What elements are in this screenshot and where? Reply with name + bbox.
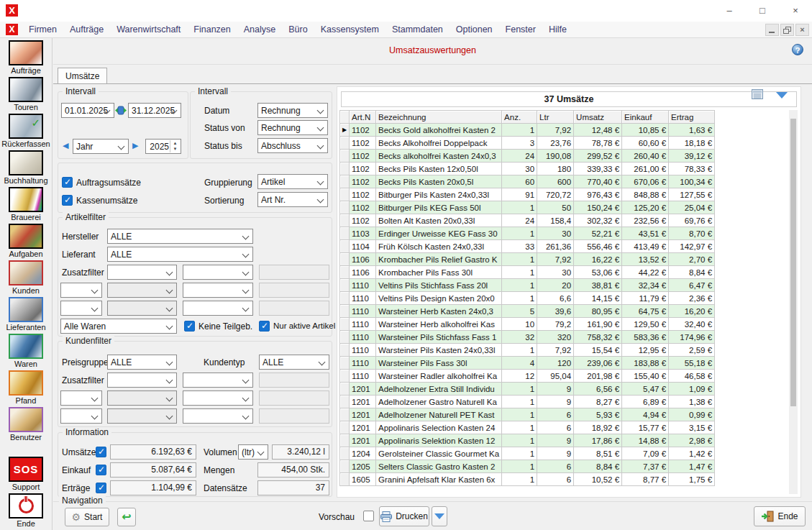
table-row[interactable]: 1201Adelholzener Naturell PET Kast165,93… (340, 408, 715, 421)
date-to-combo[interactable]: 31.12.2025 (128, 103, 181, 118)
grid-options-icon[interactable] (752, 89, 763, 99)
nur-aktive-artikel-checkbox[interactable] (259, 321, 270, 332)
kunden-zusatzfilter-2-value-field[interactable] (259, 390, 329, 406)
row-selector[interactable] (340, 473, 350, 486)
table-row[interactable]: 1110Warsteiner Herb alkoholfrei Kas1079,… (340, 318, 715, 331)
status-von-combo[interactable]: Rechnung (257, 120, 328, 135)
row-selector[interactable] (340, 150, 350, 163)
table-row[interactable]: 1110Warsteiner Pils Fass 30l4120239,06 €… (340, 357, 715, 370)
kunden-zusatzfilter-3-combo[interactable] (107, 408, 177, 424)
artikel-zusatzfilter-3-combo[interactable] (107, 301, 177, 316)
table-row[interactable]: 1102Becks Pils Kasten 20x0,5l60600770,40… (340, 175, 715, 188)
row-selector[interactable] (340, 279, 350, 292)
row-selector[interactable]: ▶ (340, 124, 350, 137)
warengruppe-combo[interactable]: Alle Waren (60, 319, 177, 334)
date-range-icon[interactable] (115, 106, 127, 115)
spinner-arrows-icon[interactable]: ▲▼ (170, 140, 180, 152)
date-from-combo[interactable]: 01.01.2025 (61, 103, 114, 118)
menu-item-kassensystem[interactable]: Kassensystem (314, 22, 386, 37)
reset-button[interactable]: ↩ (117, 508, 136, 526)
row-selector[interactable] (340, 292, 350, 305)
kunden-zusatzfilter-3-op-combo[interactable] (183, 408, 253, 424)
auftragsumsaetze-checkbox[interactable] (62, 177, 73, 188)
table-row[interactable]: 1103Erdinger Urweisse KEG Fass 3013052,2… (340, 227, 715, 240)
artikel-zusatzfilter-2-op-combo[interactable] (183, 283, 253, 298)
row-selector[interactable] (340, 331, 350, 344)
ertraege-sum-checkbox[interactable] (96, 483, 106, 493)
table-row[interactable]: 1110Warsteiner Pils Kasten 24x0,33l17,92… (340, 344, 715, 357)
period-combo[interactable]: Jahr (73, 139, 129, 154)
row-selector[interactable] (340, 227, 350, 240)
start-button[interactable]: ⚙ Start (65, 508, 109, 526)
table-row[interactable]: 1102Becks Pils Kasten 12x0,50l30180339,3… (340, 163, 715, 175)
table-header-row[interactable]: Art.NBezeichnungAnz.LtrUmsatzEinkaufErtr… (340, 111, 715, 124)
row-selector[interactable] (340, 408, 350, 421)
menu-item-auftrge[interactable]: Aufträge (63, 22, 110, 37)
row-selector[interactable] (340, 253, 350, 266)
artikel-zusatzfilter-2-logic-combo[interactable] (60, 283, 102, 298)
keine-teilgeb-checkbox[interactable] (184, 321, 195, 332)
table-row[interactable]: 1110Veltins Pils Stichfass Fass 20l12038… (340, 279, 715, 292)
ende-button[interactable]: Ende (754, 506, 806, 526)
kunden-zusatzfilter-2-logic-combo[interactable] (60, 390, 102, 406)
table-row[interactable]: 1110Warsteiner Pils Stichfass Fass 13232… (340, 331, 715, 344)
table-row[interactable]: 1201Adelholzener Extra Still Individu196… (340, 383, 715, 396)
column-header-einkauf[interactable]: Einkauf (622, 111, 669, 124)
artikel-zusatzfilter-3-logic-combo[interactable] (60, 301, 102, 316)
table-row[interactable]: 1102Becks Alkoholfrei Doppelpack323,7678… (340, 137, 715, 150)
artikel-zusatzfilter-1-value-field[interactable] (259, 265, 329, 280)
volumen-unit-combo[interactable]: (ltr) (238, 444, 268, 460)
status-bis-combo[interactable]: Abschluss (257, 138, 328, 153)
sidebar-item-brauerei[interactable]: Brauerei (9, 187, 43, 221)
artikel-zusatzfilter-3-op-combo[interactable] (183, 301, 253, 316)
table-row[interactable]: 1201Adelholzener Gastro Naturell Ka198,2… (340, 396, 715, 408)
menu-item-warenwirtschaft[interactable]: Warenwirtschaft (110, 22, 187, 37)
datum-combo[interactable]: Rechnung (257, 103, 328, 118)
table-row[interactable]: 1102Bitburger Pils KEG Fass 50l150150,24… (340, 201, 715, 214)
column-header-ertrag[interactable]: Ertrag (669, 111, 715, 124)
artikel-zusatzfilter-3-value-field[interactable] (259, 301, 329, 316)
row-selector[interactable] (340, 434, 350, 447)
row-selector[interactable] (340, 370, 350, 383)
sortierung-combo[interactable]: Art Nr. (257, 192, 328, 207)
column-header-anz[interactable]: Anz. (502, 111, 537, 124)
table-row[interactable]: 1102Bitburger Pils Kasten 24x0,33l91720,… (340, 188, 715, 201)
menu-item-stammdaten[interactable]: Stammdaten (386, 22, 450, 37)
table-row[interactable]: 1104Früh Kölsch Kasten 24x0,33l33261,365… (340, 240, 715, 253)
table-row[interactable]: 1106Krombacher Pils Relief Gastro K17,92… (340, 253, 715, 266)
row-selector[interactable] (340, 383, 350, 396)
menu-item-finanzen[interactable]: Finanzen (187, 22, 237, 37)
table-row[interactable]: 1106Krombacher Pils Fass 30l13053,06 €44… (340, 266, 715, 279)
window-maximize-button[interactable]: □ (746, 0, 779, 22)
row-selector[interactable] (340, 421, 350, 434)
artikel-zusatzfilter-2-combo[interactable] (107, 283, 177, 298)
table-row[interactable]: 1110Veltins Pils Design Kasten 20x016,61… (340, 292, 715, 305)
menu-item-hilfe[interactable]: Hilfe (542, 22, 573, 37)
mdi-close-button[interactable]: × (795, 24, 809, 36)
kunden-zusatzfilter-1-value-field[interactable] (259, 373, 329, 388)
preisgruppe-combo[interactable]: ALLE (107, 355, 177, 370)
table-row[interactable]: 1110Warsteiner Radler alkoholfrei Ka1295… (340, 370, 715, 383)
menu-item-bro[interactable]: Büro (282, 22, 314, 37)
row-selector[interactable] (340, 344, 350, 357)
table-row[interactable]: 1102Bolten Alt Kasten 20x0,33l24158,4302… (340, 214, 715, 227)
column-header-bezeichnung[interactable]: Bezeichnung (376, 111, 502, 124)
lieferant-combo[interactable]: ALLE (107, 247, 253, 262)
period-prev-button[interactable]: ◀ (63, 141, 68, 150)
sidebar-item-rueckerfassen[interactable]: Rückerfassen (1, 114, 50, 148)
sidebar-item-kunden[interactable]: Kunden (9, 260, 43, 295)
kunden-zusatzfilter-3-logic-combo[interactable] (60, 408, 102, 424)
kundentyp-combo[interactable]: ALLE (259, 355, 329, 370)
year-spinner[interactable]: 2025 ▲▼ (145, 139, 181, 154)
drucken-dropdown-button[interactable] (432, 506, 447, 526)
row-selector[interactable] (340, 460, 350, 473)
row-selector[interactable] (340, 214, 350, 227)
table-row[interactable]: 1102Becks alkoholfrei Kasten 24x0,324190… (340, 150, 715, 163)
sidebar-item-support[interactable]: SOS Support (9, 457, 43, 491)
sidebar-item-buchhaltung[interactable]: Buchhaltung (4, 150, 47, 185)
artikel-zusatzfilter-1-op-combo[interactable] (183, 265, 253, 280)
row-selector[interactable] (340, 305, 350, 318)
mdi-minimize-button[interactable] (765, 24, 779, 36)
row-selector[interactable] (340, 240, 350, 253)
window-close-button[interactable]: × (779, 0, 812, 22)
